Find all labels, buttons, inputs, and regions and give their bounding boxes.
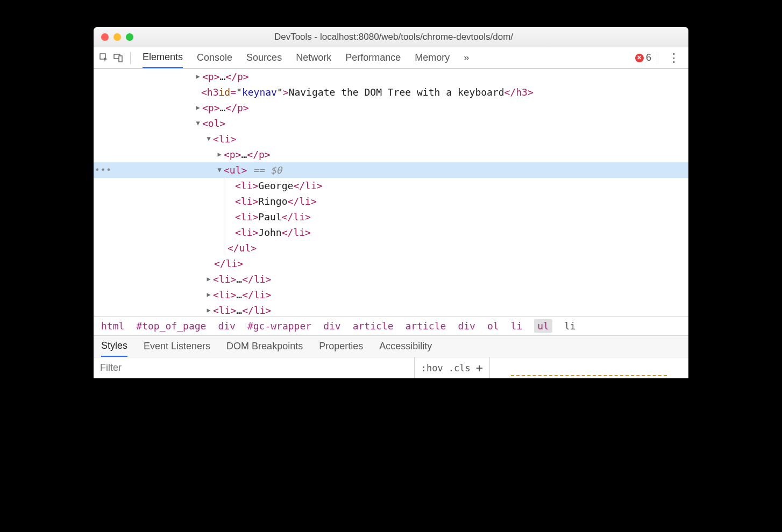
main-toolbar: Elements Console Sources Network Perform… (94, 47, 688, 69)
tab-memory[interactable]: Memory (415, 47, 450, 68)
svg-rect-2 (119, 56, 122, 62)
tree-row[interactable]: ▶<p>…</p> (94, 147, 688, 162)
subtab-styles[interactable]: Styles (101, 336, 127, 357)
filter-input[interactable] (94, 357, 414, 378)
crumb[interactable]: ol (487, 320, 499, 332)
crumb[interactable]: li (511, 320, 523, 332)
subtab-dom-breakpoints[interactable]: DOM Breakpoints (226, 336, 303, 357)
tree-row[interactable]: ▶<li>…</li> (94, 287, 688, 303)
tab-performance[interactable]: Performance (345, 47, 401, 68)
cls-toggle[interactable]: .cls (449, 363, 471, 373)
devtools-window: DevTools - localhost:8080/web/tools/chro… (94, 27, 688, 378)
crumb[interactable]: div (218, 320, 236, 332)
box-model-hint (511, 375, 667, 377)
zoom-icon[interactable] (126, 33, 133, 41)
crumb-current[interactable]: ul (534, 319, 552, 333)
breadcrumbs: html #top_of_page div #gc-wrapper div ar… (94, 316, 688, 335)
tree-row[interactable]: ▼<li> (94, 131, 688, 147)
kebab-menu-icon[interactable]: ⋮ (665, 51, 683, 65)
new-rule-icon[interactable]: + (476, 361, 483, 375)
close-icon[interactable] (101, 33, 109, 41)
error-icon: ✕ (635, 54, 644, 62)
tree-row[interactable]: ▼<ol> (94, 116, 688, 131)
tab-console[interactable]: Console (197, 47, 232, 68)
crumb[interactable]: article (406, 320, 446, 332)
crumb[interactable]: #gc-wrapper (247, 320, 311, 332)
subtab-event-listeners[interactable]: Event Listeners (144, 336, 210, 357)
crumb[interactable]: div (458, 320, 475, 332)
tab-sources[interactable]: Sources (246, 47, 282, 68)
titlebar: DevTools - localhost:8080/web/tools/chro… (94, 27, 688, 47)
tree-row[interactable]: <li>George</li> (94, 178, 688, 193)
tree-row[interactable]: ▶<li>…</li> (94, 271, 688, 287)
traffic-lights (101, 33, 133, 41)
tree-row[interactable]: ▶<p>…</p> (94, 69, 688, 84)
crumb[interactable]: article (353, 320, 394, 332)
hov-toggle[interactable]: :hov (421, 363, 443, 373)
tree-row[interactable]: <h3 id="keynav">Navigate the DOM Tree wi… (94, 84, 688, 100)
tree-row-selected[interactable]: ••• ▼<ul> == $0 (94, 162, 688, 178)
minimize-icon[interactable] (113, 33, 121, 41)
tab-network[interactable]: Network (296, 47, 331, 68)
tree-row[interactable]: <li>John</li> (94, 225, 688, 240)
separator (130, 52, 131, 64)
crumb[interactable]: html (101, 320, 124, 332)
panel-tabs: Elements Console Sources Network Perform… (143, 47, 469, 68)
device-toggle-icon[interactable] (113, 53, 124, 63)
tree-row[interactable]: ▶<li>…</li> (94, 303, 688, 316)
dom-tree[interactable]: ▶<p>…</p> <h3 id="keynav">Navigate the D… (94, 69, 688, 316)
window-title: DevTools - localhost:8080/web/tools/chro… (139, 32, 649, 42)
error-badge[interactable]: ✕ 6 (635, 52, 651, 63)
crumb[interactable]: #top_of_page (136, 320, 206, 332)
filter-bar: :hov .cls + (94, 357, 688, 378)
styles-right-pane (489, 357, 688, 378)
tree-row[interactable]: </ul> (94, 240, 688, 256)
tree-row[interactable]: <li>Ringo</li> (94, 193, 688, 209)
inspect-element-icon[interactable] (99, 53, 110, 63)
subtab-properties[interactable]: Properties (319, 336, 363, 357)
crumb[interactable]: div (323, 320, 341, 332)
crumb[interactable]: li (564, 320, 576, 332)
tree-row[interactable]: ▶<p>…</p> (94, 100, 688, 116)
styles-tabs: Styles Event Listeners DOM Breakpoints P… (94, 335, 688, 357)
tab-overflow[interactable]: » (464, 47, 469, 68)
separator (658, 52, 658, 64)
tree-row[interactable]: <li>Paul</li> (94, 209, 688, 225)
subtab-accessibility[interactable]: Accessibility (379, 336, 432, 357)
tab-elements[interactable]: Elements (143, 47, 183, 68)
filter-buttons: :hov .cls + (414, 357, 489, 378)
tree-row[interactable]: </li> (94, 256, 688, 271)
error-count: 6 (646, 52, 651, 63)
